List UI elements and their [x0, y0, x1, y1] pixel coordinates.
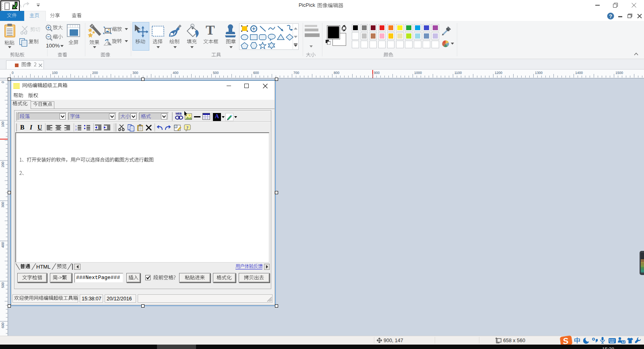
svg-text:12: 12 [621, 340, 625, 344]
svg-text:?: ? [609, 13, 612, 19]
